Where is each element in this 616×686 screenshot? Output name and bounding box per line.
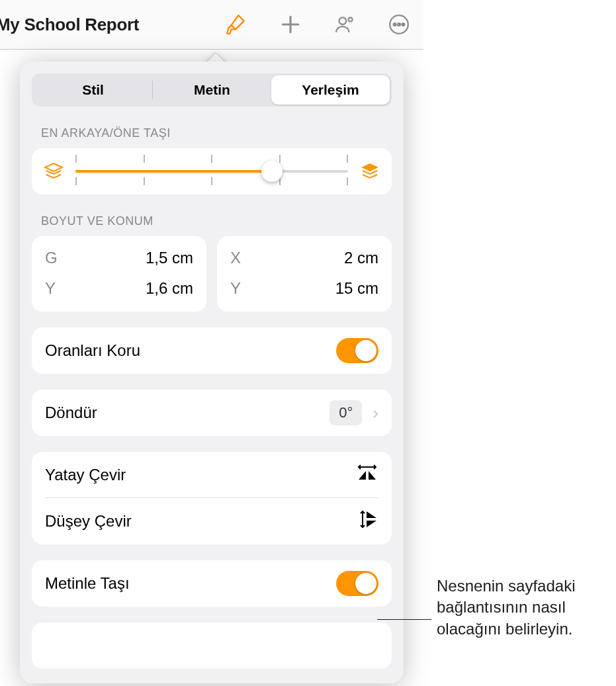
format-panel: Stil Metin Yerleşim EN ARKAYA/ÖNE TAŞI bbox=[20, 62, 404, 683]
slider-thumb[interactable] bbox=[261, 161, 283, 182]
more-icon[interactable] bbox=[388, 13, 410, 36]
x-label: X bbox=[230, 249, 241, 267]
format-tabs: Stil Metin Yerleşim bbox=[32, 73, 392, 107]
y-label: Y bbox=[230, 279, 241, 298]
collaborate-icon[interactable] bbox=[333, 13, 356, 36]
move-with-text-label: Metinle Taşı bbox=[45, 574, 130, 593]
svg-marker-12 bbox=[369, 471, 376, 480]
width-label: G bbox=[45, 249, 58, 267]
height-label: Y bbox=[45, 279, 56, 298]
popover-arrow bbox=[202, 50, 228, 63]
callout-text: Nesnenin sayfadaki bağlantısının nasıl o… bbox=[437, 576, 615, 640]
svg-point-9 bbox=[402, 23, 404, 26]
flip-h-label: Yatay Çevir bbox=[45, 466, 126, 484]
rotate-row[interactable]: Döndür 0° › bbox=[45, 390, 378, 436]
rotate-value: 0° bbox=[330, 400, 362, 425]
layer-slider[interactable] bbox=[75, 161, 348, 181]
layer-order-control bbox=[32, 148, 392, 194]
svg-point-8 bbox=[398, 23, 400, 26]
svg-marker-11 bbox=[359, 471, 366, 480]
move-with-text-toggle[interactable] bbox=[336, 571, 378, 596]
send-to-back-icon[interactable] bbox=[42, 162, 65, 181]
app-toolbar: My School Report bbox=[0, 0, 423, 50]
svg-point-2 bbox=[339, 17, 347, 24]
next-row-peek[interactable] bbox=[32, 622, 392, 669]
insert-plus-icon[interactable] bbox=[279, 13, 302, 36]
rotate-card: Döndür 0° › bbox=[32, 390, 392, 436]
position-card[interactable]: X 2 cm Y 15 cm bbox=[217, 236, 392, 312]
move-with-text-card: Metinle Taşı bbox=[32, 560, 392, 607]
move-with-text-row: Metinle Taşı bbox=[45, 560, 378, 607]
constrain-card: Oranları Koru bbox=[32, 327, 392, 374]
document-title: My School Report bbox=[0, 15, 139, 35]
height-value: 1,6 cm bbox=[146, 279, 193, 298]
x-value: 2 cm bbox=[344, 249, 378, 267]
constrain-label: Oranları Koru bbox=[45, 341, 140, 360]
constrain-row: Oranları Koru bbox=[45, 327, 378, 374]
section-label-sizepos: BOYUT VE KONUM bbox=[41, 214, 392, 228]
size-card[interactable]: G 1,5 cm Y 1,6 cm bbox=[32, 236, 206, 312]
callout-leader-line bbox=[377, 619, 431, 620]
rotate-label: Döndür bbox=[45, 404, 97, 422]
flip-card: Yatay Çevir Düşey Çevir bbox=[32, 452, 392, 544]
scroll-fade bbox=[20, 664, 404, 683]
svg-marker-15 bbox=[367, 521, 376, 527]
tab-text[interactable]: Metin bbox=[153, 75, 271, 105]
tab-layout[interactable]: Yerleşim bbox=[271, 75, 390, 105]
svg-point-7 bbox=[394, 23, 396, 26]
width-value: 1,5 cm bbox=[146, 249, 193, 267]
chevron-right-icon: › bbox=[373, 403, 378, 423]
flip-v-label: Düşey Çevir bbox=[45, 512, 132, 531]
flip-vertical-row[interactable]: Düşey Çevir bbox=[45, 498, 378, 544]
flip-vertical-icon bbox=[359, 509, 378, 534]
flip-horizontal-icon bbox=[356, 464, 378, 486]
tab-style[interactable]: Stil bbox=[34, 75, 152, 105]
bring-to-front-icon[interactable] bbox=[359, 162, 381, 181]
constrain-toggle[interactable] bbox=[336, 338, 378, 363]
y-value: 15 cm bbox=[335, 279, 378, 298]
format-brush-icon[interactable] bbox=[225, 13, 247, 36]
svg-marker-14 bbox=[367, 511, 376, 518]
flip-horizontal-row[interactable]: Yatay Çevir bbox=[45, 452, 378, 498]
section-label-layer: EN ARKAYA/ÖNE TAŞI bbox=[41, 126, 392, 140]
